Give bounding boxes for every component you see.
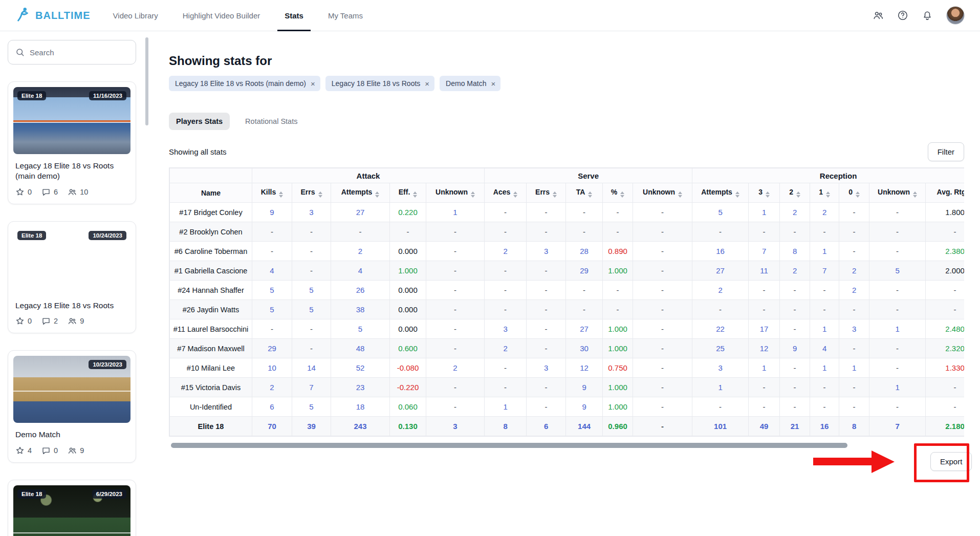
stat-cell: 38 (331, 300, 390, 319)
tab-players-stats[interactable]: Players Stats (169, 113, 230, 130)
stat-cell: 1 (426, 203, 485, 222)
stat-cell: 144 (566, 417, 603, 436)
stat-cell: 0.220 (390, 203, 426, 222)
stat-cell: 1 (749, 203, 780, 222)
filter-button[interactable]: Filter (928, 142, 964, 161)
export-button[interactable]: Export (930, 452, 972, 471)
video-card[interactable]: Elite 186/29/2023 (8, 480, 136, 536)
notifications-icon[interactable] (922, 10, 933, 21)
column-header-1[interactable]: 1 (810, 183, 839, 203)
column-header-aces[interactable]: Aces (485, 183, 527, 203)
stat-cell: 2 (780, 203, 810, 222)
members-icon (68, 316, 77, 326)
column-header-kills[interactable]: Kills (252, 183, 292, 203)
nav-item-video-library[interactable]: Video Library (113, 0, 158, 31)
stat-cell: - (633, 378, 692, 397)
column-header-unknown[interactable]: Unknown (869, 183, 926, 203)
table-row: #1 Gabriella Cascione4-41.000---291.000-… (170, 261, 965, 281)
column-header-0[interactable]: 0 (839, 183, 869, 203)
stat-cell: 1 (810, 358, 839, 378)
stat-cell: 2.180 (926, 417, 964, 436)
stat-cell: 5 (331, 319, 390, 339)
stat-cell: 16 (692, 242, 749, 261)
comment-count: 6 (54, 188, 58, 196)
stat-cell: 4 (810, 339, 839, 358)
stat-cell: 243 (331, 417, 390, 436)
column-header-unknown[interactable]: Unknown (426, 183, 485, 203)
video-card[interactable]: Elite 1810/24/2023Legacy 18 Elite 18 vs … (8, 221, 136, 333)
stat-cell: 8 (839, 417, 869, 436)
video-thumbnail: Elite 1810/24/2023 (13, 227, 130, 294)
stat-cell: - (426, 222, 485, 242)
sort-icon (856, 191, 860, 198)
column-header-eff[interactable]: Eff. (390, 183, 426, 203)
sort-icon (553, 191, 557, 198)
star-count: 4 (28, 446, 32, 455)
chip-close-icon[interactable]: × (491, 80, 495, 88)
nav-item-highlight-video-builder[interactable]: Highlight Video Builder (183, 0, 260, 31)
tab-rotational-stats[interactable]: Rotational Stats (245, 113, 297, 130)
stat-cell: 7 (869, 417, 926, 436)
sort-icon (766, 191, 770, 198)
stat-cell: 2 (780, 261, 810, 281)
stat-cell: - (527, 300, 566, 319)
chip-close-icon[interactable]: × (311, 80, 315, 88)
stat-cell: 2 (331, 242, 390, 261)
column-header-2[interactable]: 2 (780, 183, 810, 203)
stat-cell: - (527, 397, 566, 417)
star-icon (15, 316, 25, 326)
stat-cell: - (292, 242, 331, 261)
table-row: #2 Brooklyn Cohen----------------- (170, 222, 965, 242)
nav-item-stats[interactable]: Stats (285, 0, 303, 31)
stat-cell: - (869, 397, 926, 417)
column-header-ta[interactable]: TA (566, 183, 603, 203)
table-horizontal-scrollbar[interactable] (171, 443, 847, 448)
column-header-attempts[interactable]: Attempts (331, 183, 390, 203)
group-header-spacer (170, 168, 252, 183)
stat-cell: - (527, 203, 566, 222)
group-header-reception: Reception (692, 168, 964, 183)
stat-cell: 22 (692, 319, 749, 339)
help-icon[interactable] (897, 10, 908, 21)
column-header-blank[interactable]: % (603, 183, 633, 203)
teams-icon[interactable] (873, 10, 884, 21)
nav-item-my-teams[interactable]: My Teams (328, 0, 363, 31)
stat-cell: - (926, 397, 964, 417)
column-header-attempts[interactable]: Attempts (692, 183, 749, 203)
column-header-avg-rtg[interactable]: Avg. Rtg (926, 183, 964, 203)
sort-icon (279, 191, 283, 198)
player-name: Un-Identified (170, 397, 252, 417)
stat-cell: 29 (252, 339, 292, 358)
stat-cell: - (633, 397, 692, 417)
member-count: 9 (80, 446, 84, 455)
video-card[interactable]: Elite 1811/16/2023Legacy 18 Elite 18 vs … (8, 81, 136, 204)
column-header-unknown[interactable]: Unknown (633, 183, 692, 203)
sort-icon (735, 191, 739, 198)
sort-icon (588, 191, 592, 198)
stat-cell: 70 (252, 417, 292, 436)
stat-cell: - (331, 222, 390, 242)
player-name: #24 Hannah Shaffer (170, 281, 252, 300)
user-avatar[interactable] (946, 6, 965, 25)
video-title: Legacy 18 Elite 18 vs Roots (15, 301, 128, 311)
column-header-errs[interactable]: Errs (292, 183, 331, 203)
stat-cell: - (810, 281, 839, 300)
stat-cell: - (633, 203, 692, 222)
chip-close-icon[interactable]: × (425, 80, 429, 88)
video-card[interactable]: 10/23/2023Demo Match409 (8, 350, 136, 462)
stat-cell: 1 (869, 319, 926, 339)
stat-cell: - (692, 222, 749, 242)
stat-cell: 27 (566, 319, 603, 339)
search-input[interactable] (30, 48, 132, 57)
stat-cell: - (869, 358, 926, 378)
app-logo[interactable]: BALLTIME (15, 7, 91, 25)
stat-cell: 3 (527, 358, 566, 378)
column-header-errs[interactable]: Errs (527, 183, 566, 203)
column-header-3[interactable]: 3 (749, 183, 780, 203)
stat-cell: 9 (566, 378, 603, 397)
stat-cell: - (926, 281, 964, 300)
stat-cell: 28 (566, 242, 603, 261)
stat-cell: - (426, 300, 485, 319)
sidebar-scrollbar[interactable] (145, 37, 148, 125)
stat-cell: - (692, 397, 749, 417)
